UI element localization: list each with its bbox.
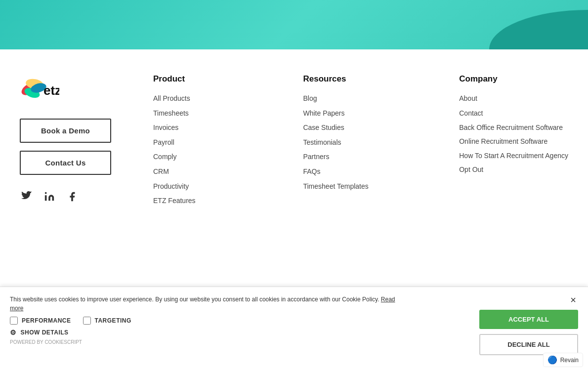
list-item[interactable]: Online Recruitment Software — [459, 137, 568, 146]
facebook-icon[interactable] — [65, 190, 79, 204]
svg-text:etz: etz — [43, 83, 59, 98]
etz-logo[interactable]: etz — [20, 74, 59, 104]
linkedin-icon[interactable] — [42, 190, 56, 204]
footer-left-column: etz Book a Demo Contact Us — [20, 74, 133, 204]
list-item[interactable]: Invoices — [153, 123, 212, 133]
list-item[interactable]: White Papers — [303, 109, 368, 119]
resources-heading: Resources — [303, 74, 368, 84]
list-item[interactable]: Payroll — [153, 138, 212, 148]
logo-container: etz — [20, 74, 133, 104]
footer-col-company: Company About Contact Back Office Recrui… — [459, 74, 568, 211]
svg-point-5 — [45, 192, 47, 194]
list-item[interactable]: Timesheets — [153, 109, 212, 119]
list-item[interactable]: EТZ Features — [153, 196, 212, 206]
social-icons — [20, 190, 133, 204]
top-banner — [0, 0, 588, 49]
contact-us-button[interactable]: Contact Us — [20, 151, 111, 175]
footer-col-product: Product All Products Timesheets Invoices… — [153, 74, 212, 211]
list-item[interactable]: FAQs — [303, 167, 368, 177]
list-item[interactable]: About — [459, 94, 568, 104]
footer-right-columns: Product All Products Timesheets Invoices… — [153, 74, 568, 211]
list-item[interactable]: CRM — [153, 167, 212, 177]
company-heading: Company — [459, 74, 568, 84]
footer: etz Book a Demo Contact Us — [0, 49, 588, 231]
list-item[interactable]: Contact — [459, 109, 568, 119]
list-item[interactable]: Back Office Recruitment Software — [459, 123, 568, 132]
book-demo-button[interactable]: Book a Demo — [20, 119, 111, 143]
list-item[interactable]: Comply — [153, 152, 212, 162]
list-item[interactable]: How To Start A Recruitment Agency — [459, 151, 568, 160]
list-item[interactable]: Opt Out — [459, 165, 568, 175]
list-item[interactable]: Case Studies — [303, 123, 368, 133]
list-item[interactable]: Testimonials — [303, 138, 368, 148]
footer-col-resources: Resources Blog White Papers Case Studies… — [303, 74, 368, 211]
list-item[interactable]: Timesheet Templates — [303, 182, 368, 192]
list-item[interactable]: All Products — [153, 94, 212, 104]
list-item[interactable]: Productivity — [153, 182, 212, 192]
list-item[interactable]: Partners — [303, 152, 368, 162]
list-item[interactable]: Blog — [303, 94, 368, 104]
twitter-icon[interactable] — [20, 190, 34, 204]
product-heading: Product — [153, 74, 212, 84]
